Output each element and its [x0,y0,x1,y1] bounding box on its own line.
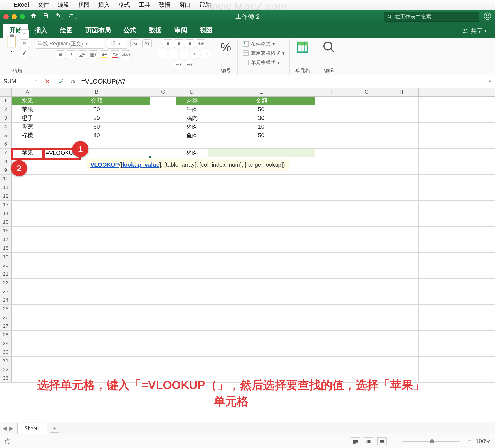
cell[interactable] [419,201,453,209]
cell[interactable]: 40 [43,131,150,140]
cell[interactable]: 香蕉 [12,123,43,131]
tab-view[interactable]: 视图 [193,23,219,38]
row-header[interactable]: 2 [0,105,12,114]
cell[interactable] [208,357,315,365]
cell-style-button[interactable]: 单元格样式▾ [241,58,282,67]
cell[interactable] [349,114,384,122]
cell[interactable] [315,253,349,261]
cell[interactable] [315,287,349,296]
cell[interactable] [150,339,176,348]
cell[interactable] [176,296,208,304]
cell[interactable] [419,149,453,157]
row-header[interactable]: 32 [0,365,12,374]
cell[interactable] [150,97,176,105]
align-left-icon[interactable]: ≡ [158,50,167,58]
cell[interactable] [12,348,43,356]
cell[interactable] [176,322,208,330]
cell[interactable] [43,140,150,148]
cell[interactable] [315,105,349,114]
cell[interactable] [43,261,150,270]
cell[interactable] [419,339,453,348]
cell[interactable] [12,209,43,218]
cell[interactable] [419,244,453,252]
tooltip-fn[interactable]: VLOOKUP [90,162,119,168]
row-header[interactable]: 26 [0,313,12,322]
row-header[interactable]: 4 [0,123,12,131]
cell[interactable] [349,183,384,192]
cell[interactable] [12,357,43,365]
cell[interactable] [349,279,384,287]
cell[interactable] [315,339,349,348]
cell[interactable] [419,305,453,313]
align-bottom-icon[interactable]: ≡ [185,39,194,48]
cell[interactable] [150,131,176,140]
cell[interactable] [384,149,419,157]
cell[interactable] [384,348,419,356]
cell[interactable] [208,227,315,235]
cell[interactable] [349,227,384,235]
cell[interactable] [419,279,453,287]
name-box[interactable]: SUM ▴▾ [0,75,40,88]
cell[interactable] [315,313,349,322]
row-header[interactable]: 31 [0,357,12,365]
cell[interactable] [12,140,43,148]
cell[interactable] [150,253,176,261]
cell[interactable] [176,183,208,192]
cell[interactable] [150,244,176,252]
cell[interactable] [349,97,384,105]
close-button[interactable] [3,14,9,19]
cell[interactable] [419,218,453,226]
cell[interactable]: 鸡肉 [176,114,208,122]
row-header[interactable]: 3 [0,114,12,122]
cut-icon[interactable]: ✂ [20,29,29,38]
italic-button[interactable]: I [67,50,76,59]
cell[interactable] [176,253,208,261]
cell[interactable] [315,331,349,339]
paste-button[interactable]: ▾ [6,34,18,53]
cell[interactable] [43,175,150,183]
cell[interactable] [419,253,453,261]
col-header-a[interactable]: A [12,88,43,96]
cell[interactable] [208,279,315,287]
cell[interactable] [419,287,453,296]
cell[interactable] [419,140,453,148]
cell[interactable] [150,235,176,244]
cell[interactable]: 猪肉 [176,123,208,131]
indent-dec-icon[interactable]: ⇤ [191,50,200,58]
cell[interactable]: 肉类 [176,97,208,105]
cell[interactable] [384,131,419,140]
zoom-level[interactable]: 100% [476,438,490,445]
row-header[interactable]: 7 [0,149,12,157]
cell[interactable] [384,105,419,114]
cell[interactable]: 50 [208,131,315,140]
indent-inc-icon[interactable]: ⇥ [202,50,211,58]
zoom-slider[interactable] [402,441,460,442]
cell[interactable] [12,339,43,348]
redo-icon[interactable]: ▾ [68,12,77,21]
cell[interactable]: 60 [43,123,150,131]
row-header[interactable]: 33 [0,374,12,382]
cell[interactable] [419,157,453,166]
cell[interactable] [384,114,419,122]
cell[interactable] [176,313,208,322]
menu-window[interactable]: 窗口 [179,1,191,9]
cell[interactable] [176,140,208,148]
cell[interactable] [349,140,384,148]
cell[interactable] [315,227,349,235]
cell[interactable] [208,348,315,356]
cell[interactable] [150,201,176,209]
cell[interactable] [419,123,453,131]
conditional-format-button[interactable]: 条件格式▾ [241,39,277,49]
cell[interactable] [176,235,208,244]
add-sheet-button[interactable]: + [50,424,59,433]
align-top-icon[interactable]: ≡ [163,39,172,48]
cell[interactable] [419,235,453,244]
cell[interactable] [208,218,315,226]
cell[interactable] [12,183,43,192]
cell[interactable] [419,261,453,270]
cell[interactable] [176,261,208,270]
cell[interactable] [150,192,176,200]
row-header[interactable]: 1 [0,97,12,105]
cell[interactable] [150,114,176,122]
bold-button[interactable]: B [56,50,65,59]
